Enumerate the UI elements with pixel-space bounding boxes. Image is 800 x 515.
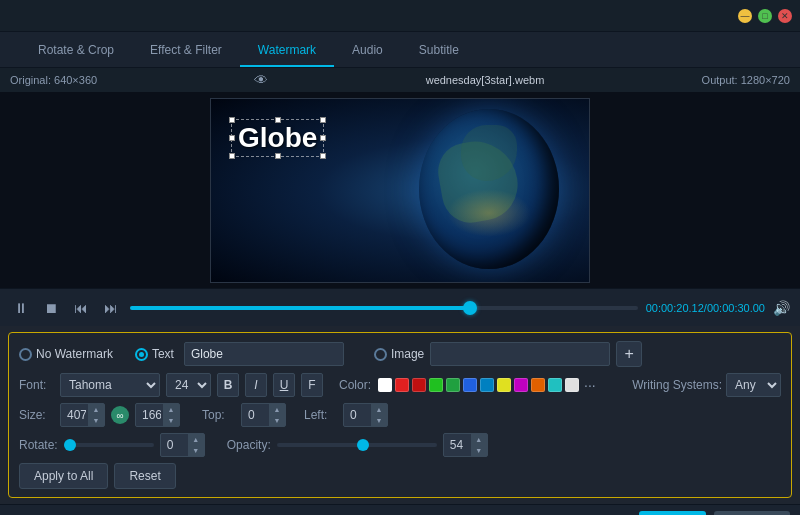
tab-watermark[interactable]: Watermark bbox=[240, 35, 334, 67]
left-down[interactable]: ▼ bbox=[371, 415, 387, 426]
font-label: Font: bbox=[19, 378, 54, 392]
color-swatch-red[interactable] bbox=[395, 378, 409, 392]
top-up[interactable]: ▲ bbox=[269, 404, 285, 415]
rotate-value-wrap: ▲ ▼ bbox=[160, 433, 205, 457]
size-height-up[interactable]: ▲ bbox=[163, 404, 179, 415]
tab-bar: Rotate & Crop Effect & Filter Watermark … bbox=[0, 32, 800, 68]
underline-button[interactable]: U bbox=[273, 373, 295, 397]
video-area: Original: 640×360 👁 wednesday[3star].web… bbox=[0, 68, 800, 288]
video-canvas: Globe bbox=[210, 98, 590, 283]
resize-handle-rm[interactable] bbox=[320, 135, 326, 141]
size-width-up[interactable]: ▲ bbox=[88, 404, 104, 415]
top-label: Top: bbox=[202, 408, 237, 422]
prev-button[interactable]: ⏮ bbox=[70, 297, 92, 319]
video-top-bar: Original: 640×360 👁 wednesday[3star].web… bbox=[0, 68, 800, 92]
writing-systems-label: Writing Systems: bbox=[632, 378, 722, 392]
color-more-button[interactable]: ··· bbox=[582, 377, 598, 393]
link-dimensions-button[interactable]: ∞ bbox=[111, 406, 129, 424]
apply-all-button[interactable]: Apply to All bbox=[19, 463, 108, 489]
italic-button[interactable]: I bbox=[245, 373, 267, 397]
tab-subtitle[interactable]: Subtitle bbox=[401, 35, 477, 67]
tab-audio[interactable]: Audio bbox=[334, 35, 401, 67]
color-swatch-darkblue[interactable] bbox=[480, 378, 494, 392]
no-watermark-radio[interactable] bbox=[19, 348, 32, 361]
stop-button[interactable]: ⏹ bbox=[40, 297, 62, 319]
text-radio[interactable] bbox=[135, 348, 148, 361]
color-swatch-darkred[interactable] bbox=[412, 378, 426, 392]
minimize-button[interactable]: — bbox=[738, 9, 752, 23]
cancel-button[interactable]: Cancel bbox=[714, 511, 790, 515]
playback-bar: ⏸ ⏹ ⏮ ⏭ 00:00:20.12/00:00:30.00 🔊 bbox=[0, 288, 800, 326]
writing-systems-select[interactable]: Any bbox=[726, 373, 781, 397]
rotate-arrows: ▲ ▼ bbox=[188, 434, 204, 456]
color-palette: ··· bbox=[378, 377, 598, 393]
rotate-slider[interactable] bbox=[64, 443, 154, 447]
eye-icon[interactable]: 👁 bbox=[254, 72, 268, 88]
strikethrough-button[interactable]: F bbox=[301, 373, 323, 397]
opacity-slider[interactable] bbox=[277, 443, 437, 447]
text-option[interactable]: Text bbox=[135, 347, 174, 361]
size-label: Size: bbox=[19, 408, 54, 422]
resize-handle-bm[interactable] bbox=[275, 153, 281, 159]
watermark-text-overlay[interactable]: Globe bbox=[231, 119, 324, 157]
color-swatch-blue[interactable] bbox=[463, 378, 477, 392]
volume-icon[interactable]: 🔊 bbox=[773, 300, 790, 316]
resize-handle-bl[interactable] bbox=[229, 153, 235, 159]
bold-button[interactable]: B bbox=[217, 373, 239, 397]
color-swatch-green[interactable] bbox=[429, 378, 443, 392]
tab-effect-filter[interactable]: Effect & Filter bbox=[132, 35, 240, 67]
top-down[interactable]: ▼ bbox=[269, 415, 285, 426]
color-swatch-lightgray[interactable] bbox=[565, 378, 579, 392]
color-swatch-yellow[interactable] bbox=[497, 378, 511, 392]
opacity-up[interactable]: ▲ bbox=[471, 434, 487, 445]
opacity-value-wrap: ▲ ▼ bbox=[443, 433, 488, 457]
text-label: Text bbox=[152, 347, 174, 361]
no-watermark-option[interactable]: No Watermark bbox=[19, 347, 113, 361]
title-bar: — □ ✕ bbox=[0, 0, 800, 32]
globe-circle bbox=[419, 109, 559, 269]
left-value-wrap: ▲ ▼ bbox=[343, 403, 388, 427]
size-width-wrap: ▲ ▼ bbox=[60, 403, 105, 427]
tab-rotate-crop[interactable]: Rotate & Crop bbox=[20, 35, 132, 67]
font-select[interactable]: Tahoma bbox=[60, 373, 160, 397]
progress-bar[interactable] bbox=[130, 306, 638, 310]
rotate-up[interactable]: ▲ bbox=[188, 434, 204, 445]
image-option[interactable]: Image bbox=[374, 347, 424, 361]
color-swatch-orange[interactable] bbox=[531, 378, 545, 392]
bottom-bar: OK Cancel bbox=[0, 504, 800, 515]
ok-button[interactable]: OK bbox=[639, 511, 706, 515]
color-swatch-white[interactable] bbox=[378, 378, 392, 392]
color-label: Color: bbox=[339, 378, 374, 392]
image-radio[interactable] bbox=[374, 348, 387, 361]
resize-handle-tl[interactable] bbox=[229, 117, 235, 123]
left-arrows: ▲ ▼ bbox=[371, 404, 387, 426]
left-label: Left: bbox=[304, 408, 339, 422]
size-height-down[interactable]: ▼ bbox=[163, 415, 179, 426]
globe-lights bbox=[447, 189, 531, 237]
image-path-input[interactable] bbox=[430, 342, 610, 366]
rotate-label: Rotate: bbox=[19, 438, 58, 452]
pause-button[interactable]: ⏸ bbox=[10, 297, 32, 319]
resize-handle-tm[interactable] bbox=[275, 117, 281, 123]
resize-handle-lm[interactable] bbox=[229, 135, 235, 141]
action-row: Apply to All Reset bbox=[19, 463, 781, 489]
opacity-down[interactable]: ▼ bbox=[471, 445, 487, 456]
size-width-down[interactable]: ▼ bbox=[88, 415, 104, 426]
close-button[interactable]: ✕ bbox=[778, 9, 792, 23]
text-value-input[interactable] bbox=[184, 342, 344, 366]
add-image-button[interactable]: + bbox=[616, 341, 642, 367]
color-swatch-darkgreen[interactable] bbox=[446, 378, 460, 392]
color-swatch-purple[interactable] bbox=[514, 378, 528, 392]
maximize-button[interactable]: □ bbox=[758, 9, 772, 23]
progress-thumb[interactable] bbox=[463, 301, 477, 315]
left-up[interactable]: ▲ bbox=[371, 404, 387, 415]
size-height-wrap: ▲ ▼ bbox=[135, 403, 180, 427]
color-swatch-cyan[interactable] bbox=[548, 378, 562, 392]
font-row: Font: Tahoma 24 B I U F Color: bbox=[19, 373, 781, 397]
resize-handle-tr[interactable] bbox=[320, 117, 326, 123]
next-button[interactable]: ⏭ bbox=[100, 297, 122, 319]
resize-handle-br[interactable] bbox=[320, 153, 326, 159]
rotate-down[interactable]: ▼ bbox=[188, 445, 204, 456]
font-size-select[interactable]: 24 bbox=[166, 373, 211, 397]
reset-button[interactable]: Reset bbox=[114, 463, 175, 489]
